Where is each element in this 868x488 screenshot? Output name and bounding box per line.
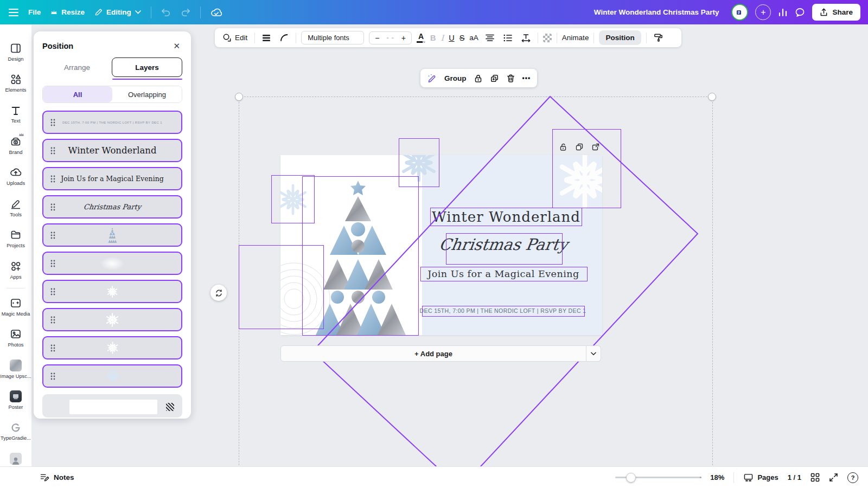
editing-mode-button[interactable]: Editing <box>94 8 141 16</box>
design-page[interactable]: Winter Wonderland Christmas Party Join U… <box>280 155 602 335</box>
grid-view-button[interactable] <box>810 473 820 482</box>
magic-edit-button[interactable]: Edit <box>220 31 250 44</box>
add-page-button[interactable]: + Add page <box>280 345 586 362</box>
duplicate-icon[interactable] <box>490 74 499 83</box>
strikethrough-button[interactable]: S <box>459 34 465 42</box>
sidebar-item-typegradient[interactable]: TypeGradie... <box>0 416 31 447</box>
sidebar-item-design[interactable]: Design <box>0 36 31 67</box>
copy-style-button[interactable] <box>652 31 665 44</box>
drag-handle-icon[interactable] <box>50 373 55 380</box>
snowflake-graphic[interactable] <box>399 155 438 182</box>
layer-item-diamond[interactable] <box>42 364 182 388</box>
filter-all[interactable]: All <box>43 86 112 102</box>
drag-handle-icon[interactable] <box>50 175 55 183</box>
invitation-script-title[interactable]: Christmas Party <box>437 235 570 254</box>
tab-arrange[interactable]: Arrange <box>42 57 112 77</box>
resize-button[interactable]: Resize <box>50 8 85 16</box>
share-button[interactable]: Share <box>812 4 860 21</box>
avatar[interactable] <box>731 4 748 21</box>
sidebar-item-photos[interactable]: Photos <box>0 323 31 354</box>
drag-handle-icon[interactable] <box>50 232 55 239</box>
sidebar-item-brand[interactable]: Brand <box>0 130 31 160</box>
layer-item-background[interactable] <box>42 394 182 418</box>
rotate-handle[interactable] <box>210 285 227 301</box>
close-icon[interactable]: ✕ <box>171 40 182 52</box>
zoom-slider[interactable] <box>615 477 701 478</box>
font-family-selector[interactable]: Multiple fonts <box>301 31 364 44</box>
invitation-title[interactable]: Winter Wonderland <box>419 209 593 225</box>
selection-handle-top-right[interactable] <box>708 93 716 101</box>
invitation-details[interactable]: DEC 15TH, 7:00 PM | THE NORDIC LOFT | RS… <box>411 307 595 314</box>
layer-item-tree-graphic[interactable] <box>42 223 182 247</box>
insights-button[interactable] <box>778 8 788 17</box>
add-member-button[interactable]: + <box>755 4 771 20</box>
delete-icon[interactable] <box>506 74 515 83</box>
font-size-stepper[interactable]: − - - + <box>369 31 412 44</box>
drag-handle-icon[interactable] <box>50 344 55 352</box>
duplicate-icon[interactable] <box>575 143 584 151</box>
lock-icon[interactable] <box>474 74 483 83</box>
drag-handle-icon[interactable] <box>50 147 55 155</box>
layer-item-snowflake[interactable] <box>42 280 182 303</box>
increase-font-button[interactable]: + <box>401 34 406 42</box>
transparency-button[interactable] <box>543 34 552 42</box>
layer-item-snowflake[interactable] <box>42 336 182 359</box>
document-title[interactable]: Winter Wonderland Christmas Party <box>594 8 719 16</box>
tab-layers[interactable]: Layers <box>112 57 182 77</box>
zoom-slider-knob[interactable] <box>626 473 636 483</box>
layer-item-details-text[interactable]: DEC 15TH, 7:00 PM | THE NORDIC LOFT | RS… <box>42 111 182 134</box>
animate-button[interactable]: Animate <box>562 34 589 42</box>
invitation-subtitle[interactable]: Join Us for a Magical Evening <box>410 268 597 279</box>
magic-wand-icon[interactable] <box>427 73 437 84</box>
drag-handle-icon[interactable] <box>50 260 55 267</box>
position-button[interactable]: Position <box>599 30 641 45</box>
letter-case-button[interactable]: aA <box>469 34 478 42</box>
hamburger-menu-button[interactable] <box>9 9 18 16</box>
pages-button[interactable]: Pages <box>743 473 778 482</box>
layer-item-faint-graphic[interactable] <box>42 252 182 275</box>
add-page-dropdown-button[interactable] <box>586 345 601 362</box>
selection-handle-top-left[interactable] <box>235 93 243 101</box>
sidebar-item-apps[interactable]: Apps <box>0 254 31 285</box>
sidebar-item-uploads[interactable]: Uploads <box>0 161 31 192</box>
list-button[interactable] <box>501 33 514 43</box>
comments-button[interactable] <box>795 8 805 17</box>
undo-button[interactable] <box>161 8 171 17</box>
sidebar-item-poster[interactable]: Poster <box>0 385 31 416</box>
zoom-level[interactable]: 18% <box>710 473 724 481</box>
snowflake-graphic[interactable] <box>556 155 602 209</box>
drag-handle-icon[interactable] <box>50 316 55 324</box>
sidebar-item-projects[interactable]: Projects <box>0 223 31 254</box>
italic-button[interactable]: I <box>441 34 444 42</box>
decrease-font-button[interactable]: − <box>375 34 379 42</box>
sidebar-item-image-upscaler[interactable]: Image Upsc... <box>0 354 31 384</box>
drag-handle-icon[interactable] <box>50 203 55 211</box>
layer-item-title-text[interactable]: Winter Wonderland <box>42 139 182 162</box>
layer-item-subtitle-text[interactable]: Join Us for a Magical Evening <box>42 167 182 190</box>
move-to-page-icon[interactable] <box>591 143 600 151</box>
drag-handle-icon[interactable] <box>50 119 55 126</box>
layer-item-snowflake[interactable] <box>42 308 182 331</box>
unlock-icon[interactable] <box>559 143 567 151</box>
drag-handle-icon[interactable] <box>50 288 55 296</box>
help-button[interactable]: ? <box>847 472 858 483</box>
christmas-tree-graphic[interactable] <box>298 179 418 335</box>
sidebar-item-tools[interactable]: Tools <box>0 192 31 223</box>
curve-text-button[interactable] <box>278 32 291 43</box>
sidebar-item-magic-media[interactable]: Magic Media <box>0 291 31 322</box>
cloud-save-status-button[interactable] <box>210 8 222 17</box>
more-options-button[interactable]: ••• <box>522 74 531 82</box>
line-weight-button[interactable] <box>260 33 273 43</box>
text-spacing-button[interactable] <box>519 32 533 44</box>
bold-button[interactable]: B <box>430 34 436 42</box>
notes-button[interactable]: Notes <box>40 473 74 481</box>
text-align-button[interactable] <box>483 33 496 43</box>
text-color-button[interactable]: A <box>417 33 425 43</box>
fullscreen-button[interactable] <box>829 473 838 482</box>
sidebar-item-text[interactable]: Text <box>0 99 31 130</box>
sidebar-item-elements[interactable]: Elements <box>0 67 31 98</box>
group-label[interactable]: Group <box>444 74 467 82</box>
redo-button[interactable] <box>181 8 190 17</box>
file-menu-button[interactable]: File <box>28 8 41 16</box>
filter-overlapping[interactable]: Overlapping <box>112 86 182 102</box>
